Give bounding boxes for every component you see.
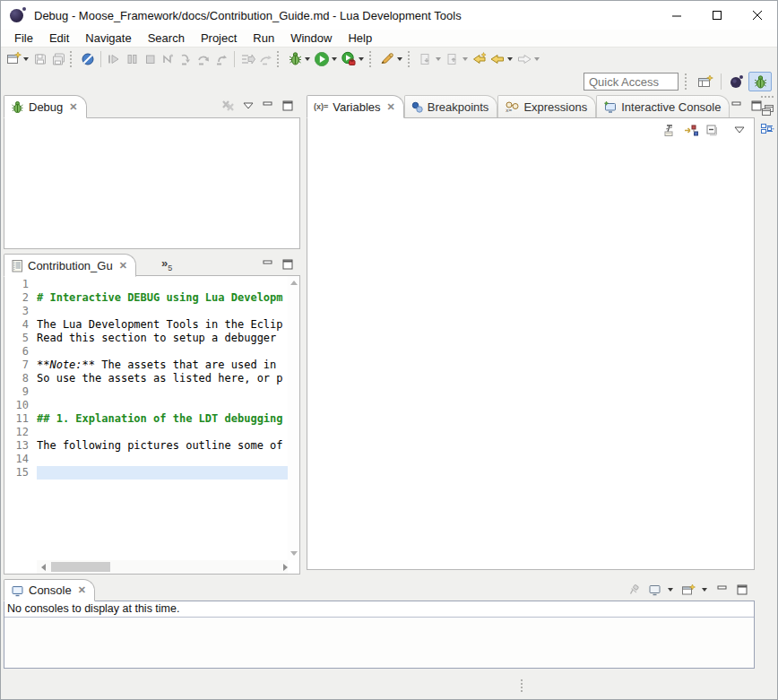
outline-view-button[interactable] (758, 121, 776, 139)
new-wizard-button[interactable] (4, 49, 22, 69)
perspective-separator (721, 73, 722, 90)
next-annotation-button[interactable] (417, 49, 435, 69)
window-maximize-button[interactable] (696, 1, 737, 30)
run-launch-dropdown[interactable] (332, 57, 337, 61)
terminate-button[interactable] (141, 49, 159, 69)
run-launch-button[interactable] (313, 49, 331, 69)
pin-console-button[interactable] (627, 583, 642, 597)
debug-perspective-button[interactable] (748, 72, 772, 91)
maximize-panel-icon (282, 100, 294, 111)
next-annotation-dropdown[interactable] (436, 57, 441, 61)
tab-breakpoints[interactable]: Breakpoints (404, 95, 498, 117)
last-edit-location-button[interactable] (471, 49, 488, 69)
variables-content[interactable] (307, 117, 755, 570)
variables-minimize-button[interactable] (730, 99, 744, 113)
coverage-launch-dropdown[interactable] (359, 57, 364, 61)
variables-view-menu-button[interactable] (732, 123, 747, 137)
coverage-launch-button[interactable] (340, 49, 358, 69)
resume-button[interactable] (105, 49, 123, 69)
close-icon[interactable]: ✕ (119, 260, 127, 272)
editor-minimize-button[interactable] (261, 257, 275, 272)
scroll-left-icon[interactable] (37, 560, 49, 574)
menu-search[interactable]: Search (140, 30, 193, 47)
step-over-button[interactable] (194, 49, 212, 69)
new-wizard-dropdown[interactable] (23, 57, 29, 61)
debug-view-maximize-button[interactable] (281, 99, 295, 113)
console-content[interactable]: No consoles to display at this time. (4, 601, 755, 669)
external-tools-button[interactable] (378, 49, 396, 69)
tab-interactive-console[interactable]: Interactive Console (596, 95, 730, 117)
open-console-dropdown[interactable] (702, 588, 707, 592)
editor-more-tabs-chevron[interactable]: »5 (136, 254, 172, 272)
disconnect-icon (160, 52, 175, 66)
close-icon[interactable]: ✕ (69, 101, 77, 113)
external-tools-dropdown[interactable] (397, 57, 402, 61)
console-tab-label: Console (29, 583, 72, 597)
console-minimize-button[interactable] (715, 583, 730, 597)
back-dropdown[interactable] (507, 57, 513, 61)
suspend-button[interactable] (123, 49, 141, 69)
menu-run[interactable]: Run (245, 30, 282, 47)
disconnect-button[interactable] (159, 49, 177, 69)
perspective-bar (1, 70, 777, 93)
quick-access-input[interactable] (584, 73, 679, 91)
debug-view-tab[interactable]: Debug ✕ (4, 95, 87, 118)
tab-variables[interactable]: (x)= Variables ✕ (307, 95, 404, 118)
debug-view-minimize-button[interactable] (261, 99, 275, 113)
debug-view-content[interactable] (4, 117, 300, 249)
open-console-button[interactable] (681, 583, 696, 597)
console-maximize-button[interactable] (735, 583, 749, 597)
window-close-button[interactable] (737, 1, 777, 30)
editor-vertical-scrollbar[interactable] (288, 276, 299, 560)
ldt-perspective-button[interactable] (725, 72, 748, 91)
tab-expressions[interactable]: x= Expressions (497, 95, 596, 117)
status-bar (1, 669, 777, 700)
menu-file[interactable]: File (6, 30, 41, 47)
sash-drag-handle[interactable] (521, 679, 523, 692)
menu-project[interactable]: Project (193, 30, 245, 47)
toolbar-grip (369, 51, 376, 67)
editor-maximize-button[interactable] (281, 257, 295, 272)
open-perspective-button[interactable] (694, 72, 717, 91)
close-icon[interactable]: ✕ (387, 101, 395, 113)
close-icon[interactable]: ✕ (78, 584, 86, 596)
menu-window[interactable]: Window (282, 30, 340, 47)
step-return-button[interactable] (212, 49, 230, 69)
editor-text-area[interactable]: # Interactive DEBUG using Lua Developm T… (37, 276, 288, 560)
debug-view-menu-button[interactable] (241, 99, 255, 113)
remove-terminated-button[interactable] (221, 99, 236, 113)
open-perspective-icon (697, 74, 713, 90)
back-button[interactable] (488, 49, 506, 69)
collapse-all-button[interactable] (705, 123, 719, 137)
display-selected-console-button[interactable] (647, 583, 661, 597)
window-minimize-button[interactable] (656, 1, 696, 30)
menu-navigate[interactable]: Navigate (77, 30, 139, 47)
forward-button[interactable] (515, 49, 533, 69)
forward-dropdown[interactable] (534, 57, 540, 61)
use-step-filters-button[interactable] (238, 49, 256, 69)
previous-annotation-dropdown[interactable] (462, 57, 468, 61)
scroll-right-icon[interactable] (275, 560, 288, 574)
save-button[interactable] (31, 49, 49, 69)
editor-tab-contribution-guide[interactable]: Contribution_Gu ✕ (4, 254, 136, 277)
save-all-button[interactable] (49, 49, 67, 69)
debug-launch-button[interactable] (286, 49, 304, 69)
previous-annotation-button[interactable] (444, 49, 462, 69)
display-console-dropdown[interactable] (668, 588, 673, 592)
variables-maximize-button[interactable] (749, 99, 764, 113)
console-tab[interactable]: Console ✕ (4, 579, 95, 601)
scrollbar-thumb[interactable] (51, 562, 110, 572)
menu-help[interactable]: Help (340, 30, 380, 47)
last-edit-location-icon (471, 51, 488, 66)
menu-edit[interactable]: Edit (41, 30, 77, 47)
view-menu-icon (243, 102, 254, 109)
show-logical-structure-button[interactable] (684, 123, 698, 137)
skip-all-breakpoints-button[interactable] (79, 49, 97, 69)
debug-launch-dropdown[interactable] (305, 57, 310, 61)
show-type-names-button[interactable] (663, 123, 678, 137)
run-icon (314, 51, 330, 67)
step-commands-button[interactable] (256, 49, 274, 69)
editor-content[interactable]: 123456789101112131415 # Interactive DEBU… (4, 275, 300, 575)
step-into-button[interactable] (177, 49, 194, 69)
editor-horizontal-scrollbar[interactable] (37, 560, 288, 574)
